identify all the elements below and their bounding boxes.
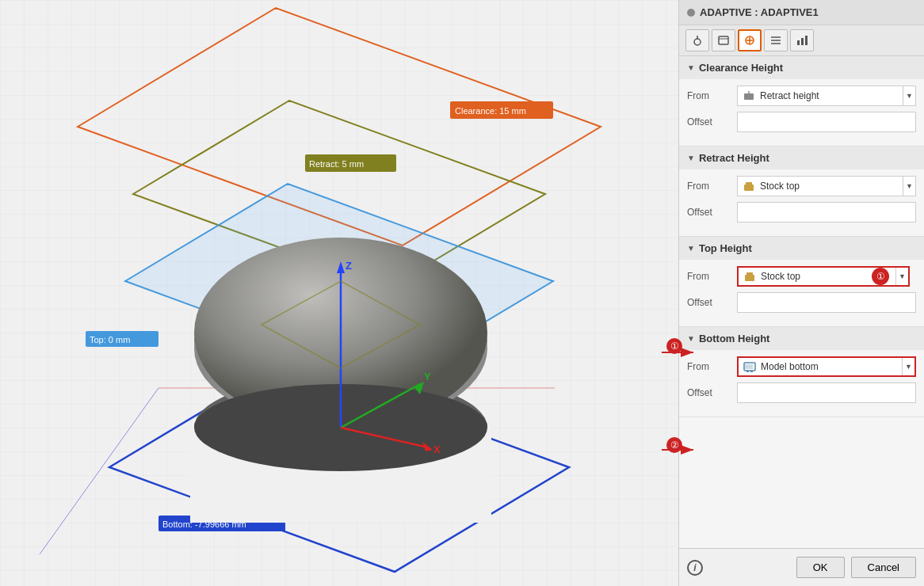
retract-collapse-icon: ▼ — [687, 154, 695, 162]
bottom-section-body: From Model bottom ▼ Offset 0 mm — [679, 350, 924, 417]
svg-rect-56 — [750, 371, 753, 372]
retract-from-label: From — [687, 181, 731, 192]
retract-section-header[interactable]: ▼ Retract Height — [679, 146, 924, 169]
clearance-from-row: From Retract height ▼ — [687, 86, 916, 106]
sections-container: ▼ Clearance Height From Retract height ▼… — [679, 56, 924, 548]
clearance-from-label: From — [687, 90, 731, 101]
top-collapse-icon: ▼ — [687, 244, 695, 253]
retract-label: Retract: 5 mm — [309, 159, 364, 169]
svg-rect-44 — [801, 38, 804, 45]
tool-button-5[interactable] — [790, 29, 814, 51]
clearance-collapse-icon: ▼ — [687, 63, 695, 72]
top-offset-input[interactable]: 0 mm — [737, 292, 916, 313]
svg-rect-43 — [797, 40, 800, 45]
clearance-from-select[interactable]: Retract height ▼ — [737, 86, 916, 106]
toolbar — [679, 25, 924, 56]
clearance-section-body: From Retract height ▼ Offset 10 mm — [679, 79, 924, 146]
bottom-section: ▼ Bottom Height From Model bottom ▼ Offs… — [679, 327, 924, 417]
bottom-offset-row: Offset 0 mm — [687, 382, 916, 403]
retract-section: ▼ Retract Height From Stock top ▼ Offset — [679, 146, 924, 237]
3d-viewport: Clearance: 15 mm Retract: 5 mm Top: 0 mm… — [0, 0, 678, 586]
tool-button-2[interactable] — [712, 29, 735, 51]
svg-rect-57 — [745, 364, 753, 369]
bottom-from-row: From Model bottom ▼ — [687, 356, 916, 377]
retract-section-title: Retract Height — [699, 152, 769, 164]
svg-text:①: ① — [876, 271, 885, 282]
tool-button-4[interactable] — [764, 29, 788, 51]
clearance-section-header[interactable]: ▼ Clearance Height — [679, 56, 924, 79]
retract-section-body: From Stock top ▼ Offset 5 mm — [679, 169, 924, 236]
clearance-from-value: Retract height — [760, 90, 903, 101]
top-from-arrow: ▼ — [895, 268, 908, 285]
clearance-from-arrow: ▼ — [903, 86, 915, 105]
svg-point-33 — [694, 39, 701, 45]
tool-button-3[interactable] — [738, 29, 762, 51]
svg-rect-46 — [744, 93, 754, 100]
bottom-offset-input[interactable]: 0 mm — [737, 382, 916, 403]
cancel-button[interactable]: Cancel — [851, 557, 916, 578]
clearance-label: Clearance: 15 mm — [455, 106, 526, 116]
top-offset-label: Offset — [687, 297, 731, 308]
bottom-from-arrow: ▼ — [902, 358, 914, 375]
svg-rect-45 — [805, 36, 808, 45]
clearance-from-icon — [741, 88, 757, 104]
panel-header: ADAPTIVE : ADAPTIVE1 — [679, 0, 924, 25]
clearance-section: ▼ Clearance Height From Retract height ▼… — [679, 56, 924, 146]
svg-rect-55 — [746, 371, 749, 372]
top-from-icon — [742, 268, 758, 284]
top-section-body: From Stock top ▼ ① — [679, 260, 924, 326]
top-section: ▼ Top Height From Stock top ▼ — [679, 237, 924, 327]
clearance-offset-label: Offset — [687, 116, 731, 127]
retract-offset-row: Offset 5 mm — [687, 202, 916, 223]
properties-panel: ADAPTIVE : ADAPTIVE1 ▼ Clearance Height — [678, 0, 924, 586]
svg-rect-35 — [719, 36, 728, 44]
bottom-section-title: Bottom Height — [699, 333, 770, 344]
svg-rect-51 — [746, 272, 753, 276]
tool-button-1[interactable] — [685, 29, 709, 51]
retract-offset-input[interactable]: 5 mm — [737, 202, 916, 223]
bottom-bar: i OK Cancel — [679, 548, 924, 586]
top-section-title: Top Height — [699, 242, 752, 254]
bottom-from-value: Model bottom — [761, 361, 902, 372]
svg-rect-49 — [746, 182, 752, 185]
top-from-label: From — [687, 271, 731, 282]
bottom-section-header[interactable]: ▼ Bottom Height — [679, 327, 924, 350]
bottom-from-label: From — [687, 361, 731, 372]
top-label: Top: 0 mm — [90, 335, 130, 344]
top-from-row: From Stock top ▼ ① — [687, 266, 916, 287]
retract-from-icon — [741, 178, 757, 194]
clearance-section-title: Clearance Height — [699, 62, 783, 74]
retract-from-value: Stock top — [760, 181, 903, 192]
clearance-offset-row: Offset 10 mm — [687, 112, 916, 132]
top-offset-row: Offset 0 mm — [687, 292, 916, 313]
clearance-offset-input[interactable]: 10 mm — [737, 112, 916, 132]
retract-from-row: From Stock top ▼ — [687, 176, 916, 196]
info-icon[interactable]: i — [687, 560, 703, 576]
top-section-header[interactable]: ▼ Top Height — [679, 237, 924, 260]
svg-rect-48 — [744, 185, 754, 191]
retract-from-arrow: ▼ — [903, 177, 915, 196]
retract-offset-label: Offset — [687, 207, 731, 218]
bottom-offset-label: Offset — [687, 387, 731, 398]
svg-text:Y: Y — [424, 371, 431, 382]
svg-text:X: X — [433, 443, 441, 455]
bottom-collapse-icon: ▼ — [687, 334, 695, 343]
bottom-from-select[interactable]: Model bottom ▼ — [737, 356, 916, 377]
retract-from-select[interactable]: Stock top ▼ — [737, 176, 916, 196]
ok-button[interactable]: OK — [796, 557, 845, 578]
bottom-from-icon — [742, 359, 758, 375]
panel-title: ADAPTIVE : ADAPTIVE1 — [700, 6, 819, 18]
header-indicator — [687, 9, 695, 17]
svg-text:Z: Z — [346, 260, 352, 272]
svg-rect-50 — [745, 275, 754, 281]
